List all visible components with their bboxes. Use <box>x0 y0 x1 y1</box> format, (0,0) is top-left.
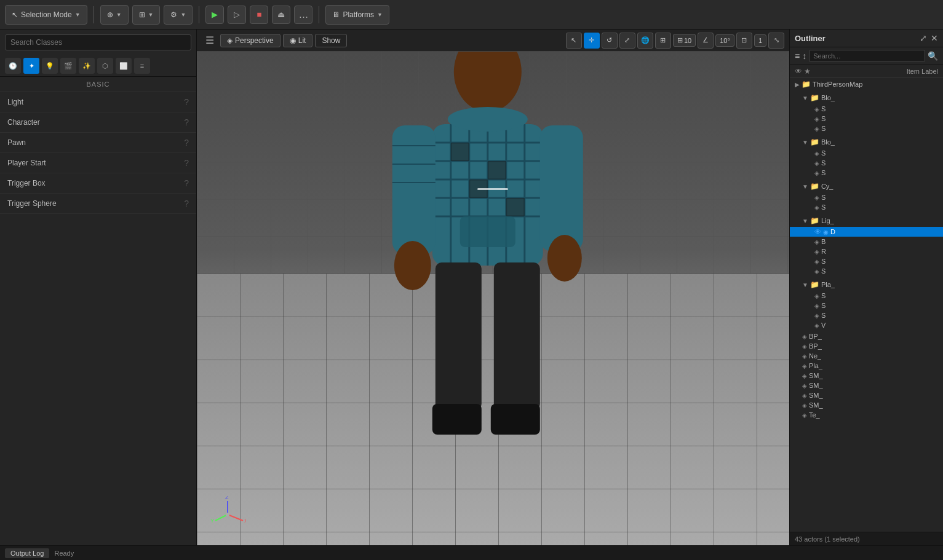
outliner-maximize-button[interactable]: ⤢ <box>920 33 927 43</box>
select-tool[interactable]: ↖ <box>566 33 582 49</box>
item-name-blo2s2: S <box>821 159 826 167</box>
svg-rect-14 <box>487 161 506 179</box>
group-cy-header[interactable]: ▼ 📁 Cy_ <box>790 180 943 192</box>
outliner-item-pla-s3[interactable]: ◈ S <box>790 310 943 320</box>
outliner-item-sm2[interactable]: ◈ SM_ <box>790 381 943 390</box>
mode-basic[interactable]: ✦ <box>23 58 39 74</box>
outliner-item-blo1-s3[interactable]: ◈ S <box>790 124 943 133</box>
lit-tab[interactable]: ◉ Lit <box>283 34 313 47</box>
group-pla-header[interactable]: ▼ 📁 Pla_ <box>790 278 943 291</box>
outliner-sort-button[interactable]: ↕ <box>802 51 806 61</box>
outliner-item-pla-s2[interactable]: ◈ S <box>790 301 943 310</box>
outliner-item-blo2-s3[interactable]: ◈ S <box>790 168 943 178</box>
place-item-trigger-sphere[interactable]: Trigger Sphere ? <box>0 194 196 214</box>
group-blo-1-header[interactable]: ▼ 📁 Blo_ <box>790 92 943 104</box>
outliner-item-ne[interactable]: ◈ Ne_ <box>790 351 943 361</box>
angle-tool[interactable]: ∠ <box>698 33 714 49</box>
stop-button[interactable]: ■ <box>250 6 268 24</box>
mode-lights[interactable]: 💡 <box>42 58 58 74</box>
outliner-close-button[interactable]: ✕ <box>931 33 938 43</box>
play-more-button[interactable]: … <box>294 6 312 24</box>
outliner-root-group[interactable]: ▶ 📁 ThirdPersonMap <box>790 78 943 90</box>
rotate-tool[interactable]: ↺ <box>602 33 618 49</box>
place-item-trigger-box[interactable]: Trigger Box ? <box>0 173 196 194</box>
item-name-ligs2: S <box>821 267 826 275</box>
outliner-item-blo1-s1[interactable]: ◈ S <box>790 104 943 114</box>
maximize-tool[interactable]: ⤡ <box>768 33 784 49</box>
platforms-button[interactable]: 🖥 Platforms ▼ <box>325 5 389 25</box>
place-item-character-info[interactable]: ? <box>184 117 189 127</box>
svg-point-21 <box>394 241 431 290</box>
outliner-item-sm1[interactable]: ◈ SM_ <box>790 371 943 381</box>
outliner-item-sm4[interactable]: ◈ SM_ <box>790 400 943 410</box>
mesh-icon-2: ◈ <box>814 116 819 122</box>
grid-snap-value[interactable]: ⊞ 10 <box>673 34 696 47</box>
viewport[interactable]: ☰ ◈ Perspective ◉ Lit Show ↖ ✛ ↺ ⤢ 🌐 ⊞ <box>197 30 789 545</box>
group-blo-2-header[interactable]: ▼ 📁 Blo_ <box>790 136 943 148</box>
outliner-item-lig-b[interactable]: ◈ B <box>790 237 943 246</box>
outliner-item-pla2[interactable]: ◈ Pla_ <box>790 361 943 371</box>
outliner-filter-button[interactable]: ≡ <box>795 51 800 61</box>
output-log-tab[interactable]: Output Log <box>5 548 49 558</box>
mode-all-classes[interactable]: ≡ <box>134 58 150 74</box>
outliner-item-pla-v[interactable]: ◈ V <box>790 320 943 330</box>
camera-speed-value[interactable]: 1 <box>754 34 766 47</box>
place-item-trigger-box-info[interactable]: ? <box>184 178 189 188</box>
outliner-item-bp2[interactable]: ◈ BP_ <box>790 341 943 351</box>
place-item-character[interactable]: Character ? <box>0 112 196 133</box>
place-item-player-start-info[interactable]: ? <box>184 158 189 168</box>
svg-line-32 <box>215 515 228 521</box>
chevron-blo1-icon: ▼ <box>802 95 808 101</box>
place-item-character-label: Character <box>7 118 40 127</box>
outliner-item-cy-s2[interactable]: ◈ S <box>790 202 943 212</box>
play-button[interactable]: ▶ <box>205 6 224 24</box>
step-button[interactable]: ▷ <box>228 6 246 24</box>
lock-icon[interactable]: ★ <box>804 67 811 76</box>
outliner-item-lig-s1[interactable]: ◈ S <box>790 256 943 266</box>
add-actor-button[interactable]: ⊕ ▼ <box>100 5 129 25</box>
mode-recently-placed[interactable]: 🕒 <box>5 58 21 74</box>
scale-tool[interactable]: ⤢ <box>619 33 635 49</box>
build-button[interactable]: ⚙ ▼ <box>164 5 193 25</box>
eject-button[interactable]: ⏏ <box>272 6 290 24</box>
mode-volumes[interactable]: ⬜ <box>116 58 132 74</box>
outliner-item-lig-d[interactable]: 👁 ◉ D <box>790 227 943 237</box>
mode-visual-effects[interactable]: ✨ <box>79 58 95 74</box>
visibility-icon[interactable]: 👁 <box>795 67 802 76</box>
item-name-s2: S <box>821 115 826 122</box>
viewport-menu-button[interactable]: ☰ <box>202 33 218 47</box>
camera-speed-tool[interactable]: ⊡ <box>736 33 752 49</box>
outliner-item-lig-s2[interactable]: ◈ S <box>790 266 943 276</box>
place-item-pawn[interactable]: Pawn ? <box>0 133 196 153</box>
transform-tool[interactable]: ✛ <box>584 33 600 49</box>
outliner-item-lig-r[interactable]: ◈ R <box>790 246 943 256</box>
angle-snap-value[interactable]: 10° <box>715 34 734 47</box>
outliner-item-bp1[interactable]: ◈ BP_ <box>790 331 943 341</box>
outliner-item-blo1-s2[interactable]: ◈ S <box>790 114 943 124</box>
surface-snapping-tool[interactable]: ⊞ <box>655 33 671 49</box>
place-item-player-start[interactable]: Player Start ? <box>0 153 196 173</box>
mode-cinematic[interactable]: 🎬 <box>60 58 76 74</box>
outliner-item-cy-s1[interactable]: ◈ S <box>790 192 943 202</box>
perspective-tab[interactable]: ◈ Perspective <box>220 34 281 47</box>
selection-mode-button[interactable]: ↖ Selection Mode ▼ <box>5 5 87 25</box>
place-item-light-info[interactable]: ? <box>184 97 189 107</box>
outliner-item-pla-s1[interactable]: ◈ S <box>790 291 943 301</box>
search-input[interactable] <box>5 34 191 50</box>
world-tool[interactable]: 🌐 <box>637 33 653 49</box>
place-item-pawn-info[interactable]: ? <box>184 138 189 148</box>
outliner-item-blo2-s1[interactable]: ◈ S <box>790 148 943 158</box>
outliner-item-blo2-s2[interactable]: ◈ S <box>790 158 943 168</box>
mode-geometry[interactable]: ⬡ <box>97 58 113 74</box>
outliner-list[interactable]: ▶ 📁 ThirdPersonMap ▼ 📁 Blo_ ◈ S ◈ S <box>790 78 943 532</box>
outliner-search-input[interactable] <box>809 50 925 62</box>
outliner-item-sm3[interactable]: ◈ SM_ <box>790 390 943 400</box>
place-item-trigger-sphere-info[interactable]: ? <box>184 199 189 208</box>
place-item-light[interactable]: Light ? <box>0 92 196 112</box>
axes-indicator: X Y Z <box>209 496 246 533</box>
group-lig-header[interactable]: ▼ 📁 Lig_ <box>790 215 943 227</box>
show-button[interactable]: Show <box>315 34 347 47</box>
snap-button[interactable]: ⊞ ▼ <box>132 5 161 25</box>
outliner-search-button[interactable]: 🔍 <box>928 51 938 61</box>
outliner-item-te[interactable]: ◈ Te_ <box>790 410 943 420</box>
